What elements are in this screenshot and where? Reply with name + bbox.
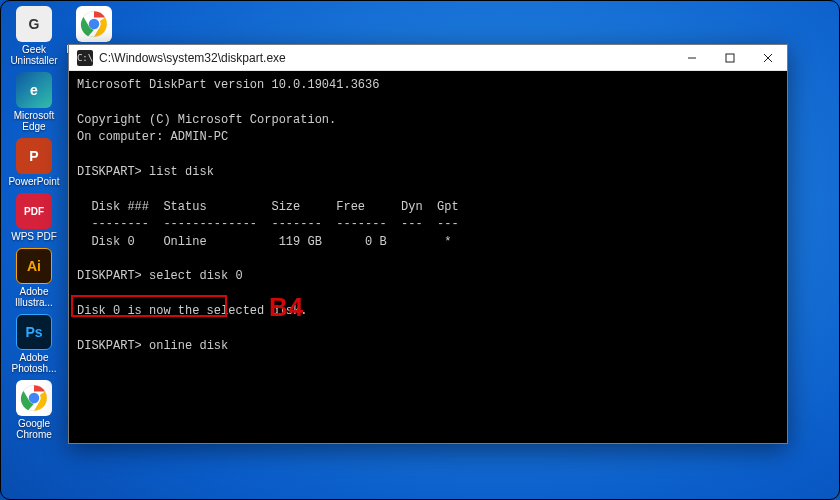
geek-icon: G <box>16 6 52 42</box>
chrome-icon <box>76 6 112 42</box>
desktop-icon-photoshop[interactable]: Ps Adobe Photosh... <box>6 314 62 374</box>
icon-label: Adobe Photosh... <box>6 352 62 374</box>
svg-rect-5 <box>726 54 734 62</box>
window-titlebar[interactable]: C:\ C:\Windows\system32\diskpart.exe <box>69 45 787 71</box>
console-icon: C:\ <box>77 50 93 66</box>
table-divider: -------- ------------- ------- ------- -… <box>77 217 459 231</box>
icon-label: Google Chrome <box>6 418 62 440</box>
window-controls <box>673 45 787 70</box>
close-button[interactable] <box>749 45 787 71</box>
icon-label: Adobe Illustra... <box>6 286 62 308</box>
version-line: Microsoft DiskPart version 10.0.19041.36… <box>77 78 379 92</box>
console-output[interactable]: Microsoft DiskPart version 10.0.19041.36… <box>69 71 787 443</box>
icon-label: Microsoft Edge <box>6 110 62 132</box>
minimize-button[interactable] <box>673 45 711 71</box>
desktop-icon-geek-uninstaller[interactable]: G Geek Uninstaller <box>6 6 62 66</box>
cmd-online-disk: online disk <box>149 339 228 353</box>
table-row: Disk 0 Online 119 GB 0 B * <box>77 235 451 249</box>
window-title: C:\Windows\system32\diskpart.exe <box>99 51 673 65</box>
desktop-icon-wps-pdf[interactable]: PDF WPS PDF <box>6 193 62 242</box>
illustrator-icon: Ai <box>16 248 52 284</box>
desktop-icon-edge[interactable]: e Microsoft Edge <box>6 72 62 132</box>
icon-label: WPS PDF <box>6 231 62 242</box>
desktop-icon-powerpoint[interactable]: P PowerPoint <box>6 138 62 187</box>
annotation-label: B4 <box>269 289 304 327</box>
table-header: Disk ### Status Size Free Dyn Gpt <box>77 200 459 214</box>
svg-point-1 <box>89 19 100 30</box>
pdf-icon: PDF <box>16 193 52 229</box>
photoshop-icon: Ps <box>16 314 52 350</box>
maximize-button[interactable] <box>711 45 749 71</box>
computer-line: On computer: ADMIN-PC <box>77 130 228 144</box>
icon-label: Geek Uninstaller <box>6 44 62 66</box>
prompt: DISKPART> <box>77 269 142 283</box>
desktop-icon-illustrator[interactable]: Ai Adobe Illustra... <box>6 248 62 308</box>
chrome-icon <box>16 380 52 416</box>
icon-label: PowerPoint <box>6 176 62 187</box>
diskpart-window[interactable]: C:\ C:\Windows\system32\diskpart.exe Mic… <box>68 44 788 444</box>
desktop-icon-chrome[interactable]: Google Chrome <box>6 380 62 440</box>
prompt: DISKPART> <box>77 339 142 353</box>
copyright-line: Copyright (C) Microsoft Corporation. <box>77 113 336 127</box>
cmd-select-disk: select disk 0 <box>149 269 243 283</box>
desktop-background: G Geek Uninstaller King (CN1) - Chrome e… <box>0 0 840 500</box>
powerpoint-icon: P <box>16 138 52 174</box>
cmd-list-disk: list disk <box>149 165 214 179</box>
prompt: DISKPART> <box>77 165 142 179</box>
svg-point-3 <box>29 393 40 404</box>
edge-icon: e <box>16 72 52 108</box>
